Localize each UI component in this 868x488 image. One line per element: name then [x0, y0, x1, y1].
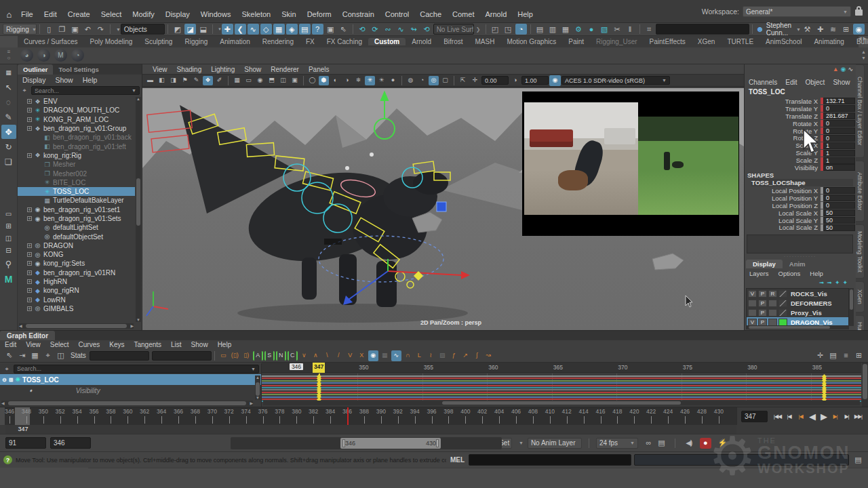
infinity-linear-icon[interactable]: ↝ — [484, 350, 494, 361]
go-to-end-button[interactable]: ▶▶| — [853, 411, 863, 422]
layer-menu-options[interactable]: Options — [774, 270, 806, 277]
reference-toggle[interactable] — [768, 309, 777, 317]
graph-bookmark-icon[interactable]: ▤ — [827, 350, 839, 361]
channel-value-field[interactable]: 1 — [823, 157, 855, 164]
free-tangent-weight-icon[interactable]: \ — [322, 350, 332, 361]
snap-point-icon[interactable]: ◇ — [260, 24, 272, 35]
lattice-deform-keys-icon[interactable]: ▦ — [29, 350, 41, 361]
insert-keys-icon[interactable]: ⇥ — [16, 350, 28, 361]
graph-search-input[interactable]: Search...▼ — [14, 365, 259, 373]
panel-menu-icon[interactable]: ▦ — [1, 65, 16, 79]
humanik-toggle-icon[interactable]: ✚ — [814, 24, 826, 35]
expand-icon[interactable]: + — [27, 288, 32, 293]
snap-projected-center-icon[interactable]: ▦ — [273, 24, 285, 35]
expand-icon[interactable]: + — [27, 117, 32, 122]
graph-hscrollbar[interactable] — [263, 401, 860, 405]
menu-file[interactable]: File — [16, 10, 39, 18]
viewport-menu-panels[interactable]: Panels — [304, 66, 334, 73]
xray-joints-icon[interactable]: ◔ — [417, 76, 427, 85]
move-layer-down-icon[interactable]: ➟ — [827, 279, 832, 286]
new-layer-selected-icon[interactable]: ✦ — [842, 279, 848, 286]
expand-icon[interactable]: + — [27, 279, 32, 284]
menu-select[interactable]: Select — [96, 10, 127, 18]
plateau-tangent-icon[interactable]: ∩ — [403, 350, 413, 361]
step-forward-frame-button[interactable]: ▶| — [842, 411, 852, 422]
channel-box-menu-object[interactable]: Object — [802, 79, 829, 86]
quick-rename-field[interactable] — [656, 24, 750, 35]
fps-dropdown[interactable]: 24 fps▼ — [596, 438, 638, 449]
shelf-tab-mash[interactable]: MASH — [469, 38, 501, 45]
menu-control[interactable]: Control — [380, 10, 414, 18]
graph-tree-vscrollbar[interactable]: ▲▼ — [255, 375, 260, 400]
normalized-view-icon[interactable]: N — [276, 351, 286, 361]
pan-zoom-2d-icon[interactable]: ❖ — [203, 76, 213, 85]
shelf-tab-turtle[interactable]: TURTLE — [721, 38, 760, 45]
spline-tangent-icon[interactable]: V — [345, 350, 355, 361]
select-camera-icon[interactable]: ▬ — [145, 76, 155, 85]
shelf-tab-sculpting[interactable]: Sculpting — [138, 38, 178, 45]
absolute-view-icon[interactable]: A — [253, 351, 263, 361]
textured-icon[interactable]: ◐ — [330, 76, 340, 85]
outliner-search-input[interactable]: Search...▼ — [31, 86, 140, 95]
playback-loop-icon[interactable]: ∞ — [643, 438, 654, 449]
graph-menu-list[interactable]: List — [166, 341, 186, 348]
menu-help[interactable]: Help — [512, 10, 538, 18]
graph-menu-keys[interactable]: Keys — [104, 341, 129, 348]
outliner-hscrollbar[interactable]: ◀ ▶ — [19, 323, 134, 329]
display-layer-row[interactable]: VPRROCKS_Vis — [747, 289, 848, 298]
outliner-item[interactable]: ◎defaultObjectSet — [18, 232, 135, 241]
visibility-toggle[interactable] — [748, 309, 757, 317]
outliner-item[interactable]: ▦TurtleDefaultBakeLayer — [18, 196, 135, 205]
flat-tangent-icon[interactable]: ∿ — [391, 350, 401, 361]
playback-toggle[interactable]: P — [758, 319, 767, 326]
reference-video-panel[interactable] — [522, 92, 739, 236]
shelf-tab-painteffects[interactable]: PaintEffects — [644, 38, 692, 45]
shadows-icon[interactable]: ❄ — [353, 76, 363, 85]
layer-editor-tab-anim[interactable]: Anim — [783, 260, 812, 268]
shelf-gadget[interactable]: ≡○ — [4, 49, 14, 62]
attribute-editor-toggle-icon[interactable]: ⊞ — [840, 24, 852, 35]
frame-playback-icon[interactable]: (▯) — [230, 350, 240, 361]
layer-menu-layers[interactable]: Layers — [745, 270, 774, 277]
outliner-item[interactable]: +◎KONG — [18, 250, 135, 259]
channel-value-field[interactable]: 0 — [823, 187, 855, 194]
shelf-tab-fx-caching[interactable]: FX Caching — [321, 38, 368, 45]
outliner-vscrollbar[interactable]: ▲ ▼ — [136, 97, 141, 322]
mute-audio-icon[interactable]: ◀) — [683, 438, 694, 449]
outliner-menu-display[interactable]: Display — [18, 76, 50, 84]
frame-all-icon[interactable]: ▭ — [218, 350, 229, 361]
channel-box-menu-channels[interactable]: Channels — [745, 79, 781, 86]
outliner-item[interactable]: +◎GIMBALS — [18, 304, 135, 313]
viewport-menu-view[interactable]: View — [148, 66, 172, 73]
motion-blur-icon[interactable]: ☀ — [376, 76, 387, 85]
maya-home-icon[interactable]: ⌂ — [3, 9, 15, 20]
snap-view-plane-icon[interactable]: ◈ — [286, 24, 298, 35]
break-tangents-icon[interactable]: ∨ — [299, 350, 309, 361]
isolate-select-icon[interactable]: ◎ — [429, 76, 439, 85]
outliner-item[interactable]: +✳DRAGON_MOUTH_LOC — [18, 106, 135, 115]
modeling-toolkit-toggle-icon[interactable]: ⚒ — [802, 24, 813, 35]
play-forwards-button[interactable]: ▶ — [818, 411, 829, 422]
select-component-icon[interactable]: ⬓ — [197, 24, 209, 35]
snap-help-icon[interactable]: ? — [312, 24, 323, 35]
selection-field-icon[interactable]: ⌗ — [644, 24, 655, 35]
light-editor-icon[interactable]: ▧ — [599, 24, 610, 35]
outliner-item[interactable]: +◎DRAGON — [18, 241, 135, 250]
recent-commands-icon[interactable]: ◔ — [515, 24, 527, 35]
zoom-tool-icon[interactable]: ⚲ — [1, 257, 16, 271]
channel-value-field[interactable]: 1 — [823, 142, 855, 149]
side-tab-modeling-toolkit[interactable]: Modeling Toolkit — [856, 224, 865, 279]
outliner-filter-icon[interactable]: ⌖ — [20, 85, 28, 96]
filter-dropdown-arrow[interactable]: ▼ — [116, 27, 121, 32]
scale-tool-icon[interactable]: ❏ — [1, 155, 16, 169]
shelf-tab-arnold[interactable]: Arnold — [406, 38, 437, 45]
smooth-mesh-icon[interactable]: ∿ — [395, 24, 407, 35]
current-time-field[interactable]: 347 — [741, 411, 768, 422]
playback-toggle[interactable]: P — [758, 290, 767, 298]
outliner-item[interactable]: +◉ben_dragon_rig_v01:Sets — [18, 214, 135, 223]
fixed-tangent-icon[interactable]: ▦ — [380, 350, 390, 361]
channel-value-field[interactable]: 132.71 — [823, 98, 855, 104]
channel-value-field[interactable]: 50 — [823, 209, 855, 216]
single-pane-layout-button[interactable]: ▭ — [1, 208, 16, 220]
linear-tangent-icon[interactable]: L — [414, 350, 425, 361]
